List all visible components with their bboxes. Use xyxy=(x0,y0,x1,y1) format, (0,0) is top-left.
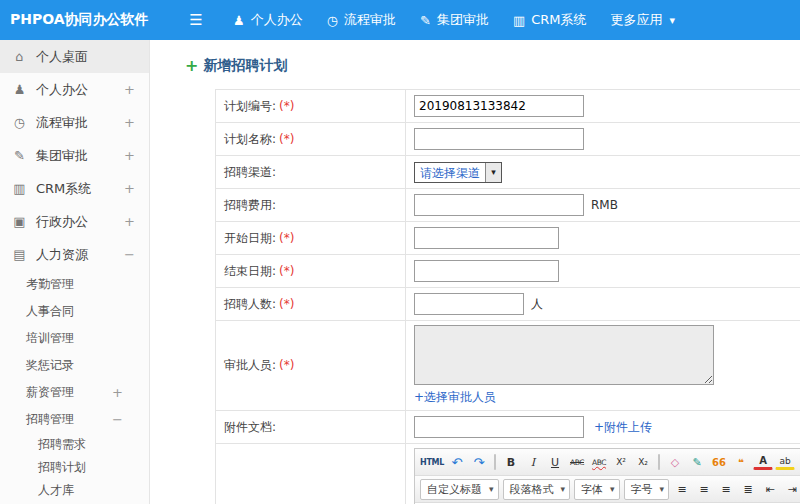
subscript-icon[interactable]: X₂ xyxy=(633,452,653,472)
paragraph-select[interactable]: 段落格式 xyxy=(503,479,571,500)
fee-input[interactable] xyxy=(414,194,584,216)
align-right-icon[interactable]: ≡ xyxy=(716,479,736,499)
sidebar-subitem[interactable]: 招聘需求 xyxy=(0,433,149,456)
sidebar-subitem[interactable]: 奖惩记录 xyxy=(0,352,149,379)
sidebar: 个人桌面 个人办公 + 流程审批 + 集团审批 xyxy=(0,40,150,504)
menu-icon[interactable] xyxy=(185,11,207,29)
expand-toggle[interactable]: − xyxy=(112,412,123,427)
plan-no-input[interactable] xyxy=(414,95,584,117)
chart-icon xyxy=(12,181,27,196)
sidebar-item[interactable]: 行政办公 + xyxy=(0,205,149,238)
nav-item[interactable]: CRM系统 xyxy=(501,0,599,40)
italic-icon[interactable]: I xyxy=(523,452,543,472)
attachment-input[interactable] xyxy=(414,416,584,438)
highlight-icon[interactable]: ab xyxy=(775,454,795,470)
font-select[interactable]: 字体 xyxy=(574,479,620,500)
expand-toggle[interactable]: + xyxy=(124,181,135,196)
redo-icon[interactable]: ↷ xyxy=(469,452,489,472)
expand-toggle[interactable]: + xyxy=(124,214,135,229)
sidebar-item[interactable]: 人力资源 − xyxy=(0,238,149,271)
required-mark: (*) xyxy=(279,297,294,311)
attachment-upload-link[interactable]: +附件上传 xyxy=(594,419,652,436)
sidebar-subitem[interactable]: 招聘管理 − xyxy=(0,406,149,433)
form-row-approver: 审批人员:(*) +选择审批人员 xyxy=(216,321,800,411)
end-date-input[interactable] xyxy=(414,260,559,282)
sidebar-subitem[interactable]: 考勤管理 xyxy=(0,271,149,298)
caret-down-icon xyxy=(485,163,501,182)
form-row-attachment: 附件文档: +附件上传 xyxy=(216,411,800,444)
sidebar-item[interactable]: 流程审批 + xyxy=(0,106,149,139)
attachment-label: 附件文档: xyxy=(216,411,406,444)
size-select[interactable]: 字号 xyxy=(624,479,670,500)
page-title-row: 新增招聘计划 xyxy=(185,57,800,75)
editor-toolbar-row2: 自定义标题 段落格式 xyxy=(415,476,800,503)
top-nav: 个人办公 流程审批 集团审批 CRM系统 xyxy=(221,0,687,40)
expand-toggle[interactable]: + xyxy=(112,385,123,400)
nav-item[interactable]: 更多应用 xyxy=(599,0,688,40)
expand-toggle[interactable]: − xyxy=(124,247,135,262)
start-date-input[interactable] xyxy=(414,227,559,249)
outdent-icon[interactable]: ⇤ xyxy=(760,479,780,499)
plan-name-input[interactable] xyxy=(414,128,584,150)
sidebar-item[interactable]: 个人办公 + xyxy=(0,73,149,106)
eraser-icon[interactable]: ◇ xyxy=(665,452,685,472)
choose-approver-link[interactable]: +选择审批人员 xyxy=(414,389,496,406)
clock-icon xyxy=(12,115,27,130)
sidebar-item[interactable]: 集团审批 + xyxy=(0,139,149,172)
bold-icon[interactable]: B xyxy=(501,452,521,472)
align-justify-icon[interactable]: ≣ xyxy=(738,479,758,499)
edit-icon xyxy=(12,148,27,163)
sidebar-subitem[interactable]: 招聘计划 xyxy=(0,456,149,479)
main-content: 新增招聘计划 计划编号:(*) 计划名称:(*) xyxy=(151,40,800,504)
app-logo: PHPOA协同办公软件 xyxy=(0,11,155,29)
start-date-label: 开始日期:(*) xyxy=(216,222,406,255)
strikethrough-icon[interactable]: ABC xyxy=(567,452,587,472)
end-date-label: 结束日期:(*) xyxy=(216,255,406,288)
heading-select[interactable]: 自定义标题 xyxy=(420,479,499,500)
align-center-icon[interactable]: ≡ xyxy=(694,479,714,499)
separator[interactable] xyxy=(658,454,660,470)
channel-select[interactable]: 请选择渠道 xyxy=(414,162,502,183)
html-source-button[interactable]: HTML xyxy=(419,452,445,472)
rich-text-editor: HTML ↶ ↷ B I xyxy=(414,448,800,504)
person-icon xyxy=(233,13,245,28)
chart-icon xyxy=(513,13,525,28)
required-mark: (*) xyxy=(279,231,294,245)
approver-label: 审批人员:(*) xyxy=(216,321,406,411)
required-mark: (*) xyxy=(279,132,294,146)
expand-toggle[interactable]: + xyxy=(124,115,135,130)
resource-icon xyxy=(12,247,27,262)
blockquote-icon[interactable]: 66 xyxy=(709,452,729,472)
recruit-plan-form: 计划编号:(*) 计划名称:(*) 招聘渠道: xyxy=(215,89,800,504)
indent-icon[interactable]: ⇥ xyxy=(782,479,800,499)
remove-format-icon[interactable]: ABC xyxy=(589,452,609,472)
undo-icon[interactable]: ↶ xyxy=(447,452,467,472)
align-left-icon[interactable]: ≡ xyxy=(672,479,692,499)
nav-item[interactable]: 集团审批 xyxy=(408,0,501,40)
channel-select-value: 请选择渠道 xyxy=(415,163,485,182)
headcount-input[interactable] xyxy=(414,293,524,315)
sidebar-item[interactable]: 个人桌面 xyxy=(0,40,149,73)
sidebar-subitem[interactable]: 人才库 xyxy=(0,479,149,502)
format-painter-icon[interactable]: ✎ xyxy=(687,452,707,472)
nav-item[interactable]: 个人办公 xyxy=(221,0,315,40)
font-color-icon[interactable]: A xyxy=(753,454,773,470)
expand-toggle[interactable]: + xyxy=(124,148,135,163)
sidebar-top-menu: 个人桌面 个人办公 + 流程审批 + 集团审批 xyxy=(0,40,149,271)
form-row-fee: 招聘费用: RMB xyxy=(216,189,800,222)
channel-label: 招聘渠道: xyxy=(216,156,406,189)
sidebar-subitem[interactable]: 薪资管理 + xyxy=(0,379,149,406)
quote-icon[interactable]: ❝ xyxy=(731,452,751,472)
form-row-plan-no: 计划编号:(*) xyxy=(216,90,800,123)
underline-icon[interactable]: U xyxy=(545,452,565,472)
sidebar-item[interactable]: CRM系统 + xyxy=(0,172,149,205)
sidebar-subitem[interactable]: 培训管理 xyxy=(0,325,149,352)
sidebar-subitem[interactable]: 人事合同 xyxy=(0,298,149,325)
required-mark: (*) xyxy=(279,264,294,278)
nav-item[interactable]: 流程审批 xyxy=(315,0,408,40)
separator[interactable] xyxy=(494,454,496,470)
approver-textarea[interactable] xyxy=(414,325,714,385)
expand-toggle[interactable]: + xyxy=(124,82,135,97)
superscript-icon[interactable]: X² xyxy=(611,452,631,472)
plan-no-label: 计划编号:(*) xyxy=(216,90,406,123)
